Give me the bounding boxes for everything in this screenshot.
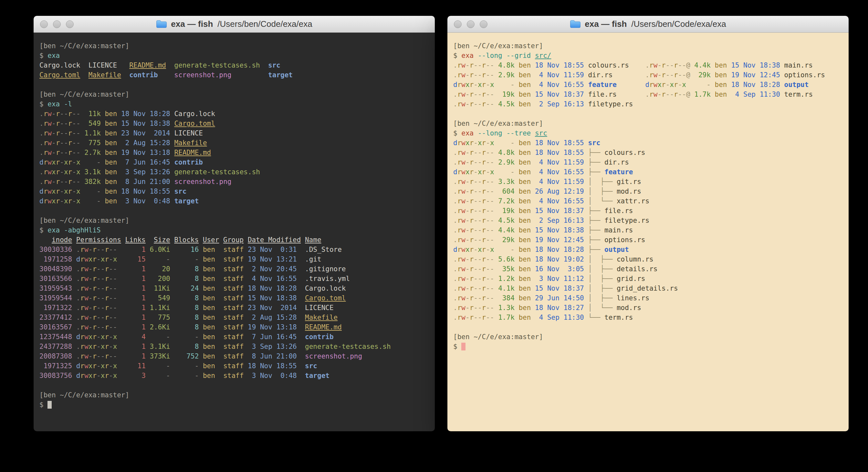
text-segment: [219, 236, 223, 244]
text-segment: 4: [125, 333, 146, 341]
permission-char: -: [490, 216, 494, 224]
text-segment: ben: [105, 197, 117, 205]
text-segment: ben: [519, 71, 531, 79]
permission-char: w: [48, 178, 52, 185]
text-segment: 4 Nov 11:59: [535, 158, 584, 166]
close-button[interactable]: [454, 20, 462, 28]
permission-char: -: [109, 256, 113, 263]
permission-char: d: [76, 372, 81, 380]
titlebar[interactable]: exa — fish /Users/ben/Code/exa/exa: [447, 16, 848, 33]
permission-char: r: [470, 304, 474, 312]
permission-char: x: [465, 81, 470, 89]
terminal-content[interactable]: [ben ~/C/e/exa:master]$ exa --long --gri…: [447, 33, 848, 431]
text-segment: [584, 197, 588, 205]
text-segment: staff: [223, 323, 244, 331]
text-segment: [219, 275, 223, 283]
text-segment: ├──: [588, 216, 604, 224]
minimize-button[interactable]: [467, 20, 474, 28]
text-segment: [690, 61, 694, 69]
permission-char: -: [89, 285, 93, 292]
text-segment: [494, 178, 498, 185]
terminal-line: 1971325 drwxr-xr-x 11 - - ben staff 18 N…: [39, 361, 429, 371]
permission-char: -: [478, 197, 482, 205]
text-segment: [117, 120, 121, 127]
close-button[interactable]: [40, 20, 48, 28]
text-segment: screenshot.png: [305, 352, 362, 360]
permission-char: -: [473, 187, 478, 195]
text-segment: [531, 149, 535, 156]
text-segment: ben: [519, 304, 531, 312]
text-segment: [584, 81, 588, 89]
permission-char: x: [76, 168, 81, 176]
text-segment: [515, 294, 519, 302]
minimize-button[interactable]: [53, 20, 61, 28]
text-segment: [494, 71, 498, 79]
permission-char: .: [453, 178, 458, 185]
text-segment: exa: [48, 52, 60, 59]
permission-char: -: [473, 207, 478, 215]
text-segment: $: [39, 226, 48, 234]
text-segment: [ben ~/C/e/exa:master]: [39, 216, 129, 224]
text-segment: 18 Nov 18:55: [121, 187, 170, 195]
permission-char: r: [105, 323, 109, 331]
permission-char: -: [490, 71, 494, 79]
text-segment: [727, 61, 731, 69]
permission-char: -: [490, 304, 494, 312]
text-segment: ben: [203, 362, 219, 370]
text-segment: [494, 90, 498, 98]
text-segment: [199, 236, 203, 244]
titlebar[interactable]: exa — fish /Users/ben/Code/exa/exa: [34, 16, 435, 33]
permission-char: x: [465, 139, 470, 147]
text-segment: [584, 100, 588, 108]
permission-char: -: [486, 61, 490, 69]
terminal-content[interactable]: [ben ~/C/e/exa:master]$ exaCargo.lock LI…: [34, 33, 435, 431]
text-segment: [101, 139, 105, 147]
permission-char: w: [84, 314, 89, 321]
terminal-line: drwxr-xr-x - ben 7 Jun 16:45 contrib: [39, 157, 429, 167]
permission-char: .: [39, 168, 43, 176]
text-segment: [531, 71, 535, 79]
text-segment: [146, 352, 150, 360]
permission-char: -: [109, 265, 113, 273]
permission-char: x: [490, 81, 494, 89]
permission-char: -: [490, 197, 494, 205]
text-segment: Cargo.toml: [174, 120, 215, 127]
text-segment: staff: [223, 285, 244, 292]
permission-char: -: [486, 294, 490, 302]
permission-char: -: [473, 158, 478, 166]
permission-char: w: [653, 81, 658, 89]
text-segment: contrib: [174, 158, 203, 166]
text-segment: 4 Nov 16:55: [535, 197, 584, 205]
permission-char: -: [101, 352, 105, 360]
text-segment: 1: [125, 275, 146, 283]
zoom-button[interactable]: [66, 20, 74, 28]
text-segment: [531, 187, 535, 195]
permission-char: r: [80, 256, 84, 263]
text-segment: 1: [125, 352, 146, 360]
text-segment: details.rs: [617, 265, 657, 273]
permission-char: -: [89, 304, 93, 312]
permission-char: r: [105, 275, 109, 283]
text-segment: ben: [203, 304, 219, 312]
text-segment: [584, 158, 588, 166]
text-segment: 30163567: [39, 323, 72, 331]
permission-char: w: [461, 197, 465, 205]
text-segment: [244, 343, 248, 350]
permission-char: w: [84, 352, 89, 360]
permission-char: r: [105, 343, 109, 350]
text-segment: [531, 236, 535, 244]
permission-char: -: [465, 275, 470, 283]
text-segment: $: [39, 100, 48, 108]
zoom-button[interactable]: [480, 20, 488, 28]
permission-char: -: [465, 100, 470, 108]
text-segment: 29 Jun 14:50: [535, 294, 584, 302]
text-segment: feature: [588, 81, 617, 89]
text-segment: 384: [498, 294, 515, 302]
text-segment: [531, 304, 535, 312]
text-segment: [81, 178, 85, 185]
text-segment: [494, 246, 498, 254]
text-segment: Permissions: [76, 236, 121, 244]
permission-char: w: [653, 71, 658, 79]
text-segment: 1.3k: [498, 304, 515, 312]
permission-char: -: [89, 352, 93, 360]
